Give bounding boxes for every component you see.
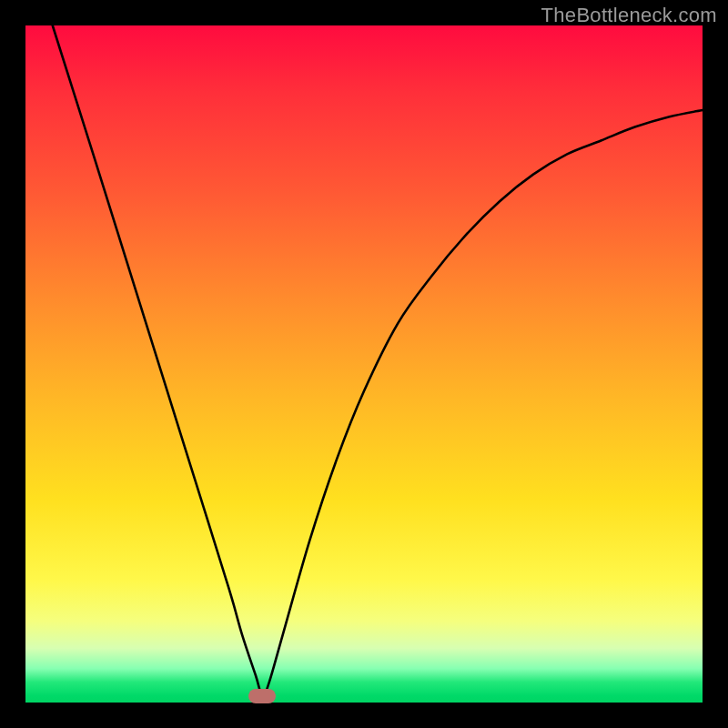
plot-area: [25, 25, 703, 703]
chart-frame: TheBottleneck.com: [0, 0, 728, 728]
watermark-text: TheBottleneck.com: [541, 4, 717, 27]
curve-svg: [25, 25, 703, 703]
bottleneck-curve: [53, 25, 703, 696]
minimum-marker: [248, 689, 276, 703]
